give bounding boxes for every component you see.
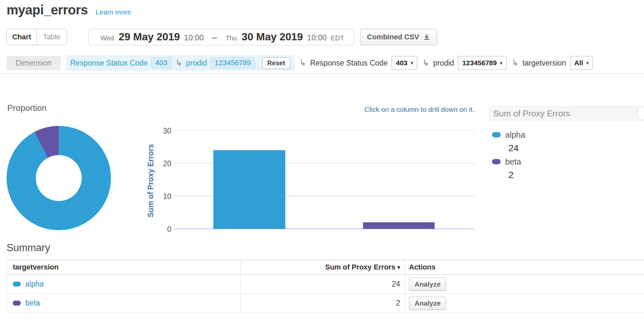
drilldown-label: prodid <box>433 59 454 68</box>
legend-item-label: beta <box>505 157 521 167</box>
start-day: Wed <box>100 34 114 42</box>
dimension-bar: Dimension Response Status Code 403 ↳ pro… <box>7 55 593 70</box>
cell-targetversion: beta <box>7 294 241 312</box>
filter-crumb-prodid[interactable]: prodid 123456789 <box>186 57 255 69</box>
y-tick-0: 0 <box>167 225 171 233</box>
bar-alpha[interactable] <box>213 150 285 229</box>
drilldown-label: Response Status Code <box>310 59 388 68</box>
beta-swatch <box>13 301 21 306</box>
timezone-label: EDT <box>331 34 344 42</box>
y-tick-30: 30 <box>163 127 171 135</box>
tab-chart[interactable]: Chart <box>7 29 37 45</box>
drilldown-response-status-code: ↳ Response Status Code 403 ▾ <box>300 56 418 70</box>
page-header: myapi_errors Learn more <box>7 3 131 17</box>
table-header-row: targetversion Sum of Proxy Errors ▾ Acti… <box>7 260 644 275</box>
tab-table[interactable]: Table <box>37 29 67 45</box>
page-title: myapi_errors <box>7 3 88 17</box>
row-name-label: alpha <box>25 280 44 289</box>
alpha-swatch <box>492 132 501 137</box>
summary-table: targetversion Sum of Proxy Errors ▾ Acti… <box>7 260 644 313</box>
filter-crumb-response-status-code[interactable]: Response Status Code 403 <box>70 57 172 69</box>
y-tick-20: 20 <box>163 159 171 168</box>
table-row-beta: beta 2 Analyze <box>7 294 644 313</box>
analyze-button-beta[interactable]: Analyze <box>409 297 446 310</box>
date-separator: – <box>212 32 217 42</box>
drilldown-select-response-status-code[interactable]: 403 ▾ <box>392 56 417 70</box>
chevron-down-icon: ▾ <box>411 60 413 66</box>
toolbar: Chart Table Wed 29 May 2019 10:00 – Thu … <box>7 29 437 45</box>
start-time: 10:00 <box>184 33 204 42</box>
analyze-button-alpha[interactable]: Analyze <box>409 278 446 291</box>
alpha-swatch <box>13 282 21 287</box>
bar-beta[interactable] <box>363 222 435 229</box>
legend-items: alpha 24 beta 2 <box>489 121 644 182</box>
legend-item-value: 2 <box>492 168 644 182</box>
y-axis-ticks: 0102030 <box>141 127 171 229</box>
drilldown-arrow-icon: ↳ <box>300 58 306 68</box>
filter-crumb-value: 403 <box>151 57 172 69</box>
selected-value: 403 <box>396 59 407 67</box>
end-date: 30 May 2019 <box>242 31 303 43</box>
column-header-label: Sum of Proxy Errors <box>325 263 396 271</box>
drilldown-targetversion: ↳ targetversion All ▾ <box>512 56 593 70</box>
row-value: 2 <box>396 299 400 308</box>
filter-crumb-name: Response Status Code <box>70 59 148 68</box>
drilldown-select-prodid[interactable]: 123456789 ▾ <box>458 56 506 70</box>
sort-desc-icon: ▾ <box>397 264 400 271</box>
reset-button[interactable]: Reset <box>262 57 290 69</box>
learn-more-link[interactable]: Learn more <box>96 8 131 16</box>
beta-link[interactable]: beta <box>13 299 40 308</box>
table-row-alpha: alpha 24 Analyze <box>7 275 644 294</box>
legend-item-beta[interactable]: beta <box>492 155 644 168</box>
beta-swatch <box>492 159 501 164</box>
end-day: Thu <box>225 34 237 42</box>
legend-item-label: alpha <box>505 130 525 140</box>
row-value: 24 <box>392 280 400 289</box>
start-date: 29 May 2019 <box>118 31 180 43</box>
combined-csv-button[interactable]: Combined CSV <box>360 29 437 45</box>
cell-value: 24 <box>241 275 405 293</box>
view-switch: Chart Table <box>7 29 67 45</box>
drilldown-prodid: ↳ prodid 123456789 ▾ <box>422 56 506 70</box>
summary-heading: Summary <box>7 242 50 254</box>
cell-actions: Analyze <box>405 275 644 293</box>
legend-item-value: 24 <box>492 141 644 155</box>
bar-plot <box>175 127 474 229</box>
chevron-down-icon: ▾ <box>586 60 589 66</box>
legend-collapse-handle[interactable] <box>637 107 644 120</box>
cell-value: 2 <box>241 294 405 312</box>
active-filter-group: Response Status Code 403 ↳ prodid 123456… <box>66 55 294 70</box>
proportion-donut[interactable] <box>7 126 111 230</box>
drilldown-hint: Click on a column to drill down on it. <box>328 106 474 113</box>
legend-item-alpha[interactable]: alpha <box>492 129 644 141</box>
row-name-label: beta <box>25 299 40 308</box>
drilldown-arrow-icon: ↳ <box>512 58 519 68</box>
combined-csv-label: Combined CSV <box>367 33 419 41</box>
filter-crumb-value: 123456789 <box>210 57 255 69</box>
legend-panel: Sum of Proxy Errors alpha 24 beta 2 <box>489 106 644 182</box>
drilldown-arrow-icon: ↳ <box>176 58 182 68</box>
drilldown-select-targetversion[interactable]: All ▾ <box>570 56 593 70</box>
alpha-link[interactable]: alpha <box>13 280 44 289</box>
selected-value: 123456789 <box>462 59 497 67</box>
chevron-down-icon: ▾ <box>500 60 502 66</box>
legend-header: Sum of Proxy Errors <box>489 106 644 121</box>
column-header-actions: Actions <box>405 260 644 274</box>
cell-targetversion: alpha <box>7 275 241 293</box>
report-page: myapi_errors Learn more Chart Table Wed … <box>0 0 644 320</box>
dimension-label: Dimension <box>7 56 61 70</box>
y-tick-10: 10 <box>163 192 171 201</box>
drilldown-arrow-icon: ↳ <box>422 58 429 68</box>
drilldown-label: targetversion <box>523 59 566 68</box>
cell-actions: Analyze <box>405 294 644 312</box>
selected-value: All <box>574 59 583 67</box>
column-header-sum-proxy-errors[interactable]: Sum of Proxy Errors ▾ <box>241 260 405 274</box>
proportion-label: Proportion <box>7 103 47 113</box>
gridline-30 <box>175 130 474 131</box>
end-time: 10:00 <box>307 33 327 42</box>
legend-title: Sum of Proxy Errors <box>493 109 570 119</box>
download-icon <box>423 33 430 41</box>
date-range-picker[interactable]: Wed 29 May 2019 10:00 – Thu 30 May 2019 … <box>88 29 354 45</box>
column-header-targetversion: targetversion <box>7 260 241 274</box>
filter-crumb-name: prodid <box>186 59 207 68</box>
